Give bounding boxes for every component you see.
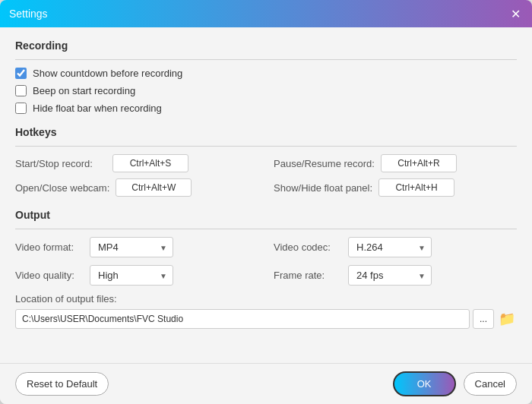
- location-row: ... 📁: [15, 309, 517, 329]
- hotkey-row-floatpanel: Show/Hide float panel:: [274, 178, 517, 197]
- frame-rate-select[interactable]: 24 fps 30 fps 60 fps: [348, 265, 432, 286]
- output-section: Output Video format: MP4 AVI MOV WMV ▼: [15, 209, 517, 329]
- footer-right: OK Cancel: [393, 371, 517, 396]
- output-title: Output: [15, 209, 517, 221]
- location-label: Location of output files:: [15, 293, 517, 305]
- frame-rate-select-wrapper: 24 fps 30 fps 60 fps ▼: [348, 265, 432, 286]
- video-format-select-wrapper: MP4 AVI MOV WMV ▼: [90, 237, 173, 257]
- video-quality-select[interactable]: High Medium Low: [90, 265, 173, 286]
- video-format-select[interactable]: MP4 AVI MOV WMV: [90, 237, 173, 257]
- hotkey-pauseresume-label: Pause/Resume record:: [274, 158, 375, 169]
- content-area: Recording Show countdown before recordin…: [0, 27, 532, 363]
- hotkeys-section: Hotkeys Start/Stop record: Pause/Resume …: [15, 126, 517, 197]
- frame-rate-label: Frame rate:: [274, 270, 342, 281]
- output-format-row: Video format: MP4 AVI MOV WMV ▼: [15, 237, 258, 257]
- checkbox-beep-label: Beep on start recording: [33, 85, 135, 96]
- hotkey-row-startstop: Start/Stop record:: [15, 154, 258, 172]
- video-codec-select[interactable]: H.264 H.265 MPEG-4: [348, 237, 432, 257]
- location-folder-button[interactable]: 📁: [497, 309, 517, 329]
- checkbox-countdown[interactable]: [15, 68, 27, 79]
- titlebar: Settings ✕: [0, 0, 532, 27]
- settings-window: Settings ✕ Recording Show countdown befo…: [0, 0, 532, 404]
- hotkey-floatpanel-input[interactable]: [378, 178, 454, 197]
- recording-divider: [15, 59, 517, 60]
- hotkey-row-webcam: Open/Close webcam:: [15, 178, 258, 197]
- window-title: Settings: [9, 8, 48, 20]
- hotkeys-grid: Start/Stop record: Pause/Resume record: …: [15, 154, 517, 197]
- checkbox-row-2: Hide float bar when recording: [15, 103, 517, 114]
- hotkeys-title: Hotkeys: [15, 126, 517, 138]
- hotkey-webcam-label: Open/Close webcam:: [15, 182, 109, 194]
- recording-section: Recording Show countdown before recordin…: [15, 39, 517, 114]
- folder-icon: 📁: [499, 311, 515, 327]
- checkbox-float[interactable]: [15, 103, 27, 114]
- video-format-label: Video format:: [15, 241, 84, 253]
- video-codec-select-wrapper: H.264 H.265 MPEG-4 ▼: [348, 237, 432, 257]
- hotkey-startstop-input[interactable]: [112, 154, 188, 172]
- hotkey-startstop-label: Start/Stop record:: [15, 158, 106, 169]
- reset-button[interactable]: Reset to Default: [15, 372, 109, 396]
- output-codec-row: Video codec: H.264 H.265 MPEG-4 ▼: [274, 237, 517, 257]
- hotkey-floatpanel-label: Show/Hide float panel:: [274, 182, 372, 194]
- hotkey-pauseresume-input[interactable]: [381, 154, 457, 172]
- video-quality-select-wrapper: High Medium Low ▼: [90, 265, 173, 286]
- video-codec-label: Video codec:: [274, 241, 342, 253]
- output-quality-row: Video quality: High Medium Low ▼: [15, 265, 258, 286]
- hotkey-webcam-input[interactable]: [116, 178, 192, 197]
- ok-button[interactable]: OK: [393, 371, 456, 396]
- recording-title: Recording: [15, 39, 517, 52]
- output-grid: Video format: MP4 AVI MOV WMV ▼ Video co…: [15, 237, 517, 286]
- output-divider: [15, 229, 517, 229]
- output-framerate-row: Frame rate: 24 fps 30 fps 60 fps ▼: [274, 265, 517, 286]
- location-input[interactable]: [15, 309, 470, 329]
- location-dots-button[interactable]: ...: [473, 309, 494, 329]
- checkbox-countdown-label: Show countdown before recording: [33, 68, 182, 79]
- video-quality-label: Video quality:: [15, 270, 84, 281]
- checkbox-float-label: Hide float bar when recording: [33, 103, 162, 114]
- checkbox-row-1: Beep on start recording: [15, 85, 517, 96]
- footer: Reset to Default OK Cancel: [0, 363, 532, 404]
- checkbox-beep[interactable]: [15, 85, 27, 96]
- close-button[interactable]: ✕: [508, 6, 523, 21]
- hotkeys-divider: [15, 146, 517, 147]
- cancel-button[interactable]: Cancel: [464, 372, 517, 396]
- checkbox-row-0: Show countdown before recording: [15, 68, 517, 79]
- hotkey-row-pauseresume: Pause/Resume record:: [274, 154, 517, 172]
